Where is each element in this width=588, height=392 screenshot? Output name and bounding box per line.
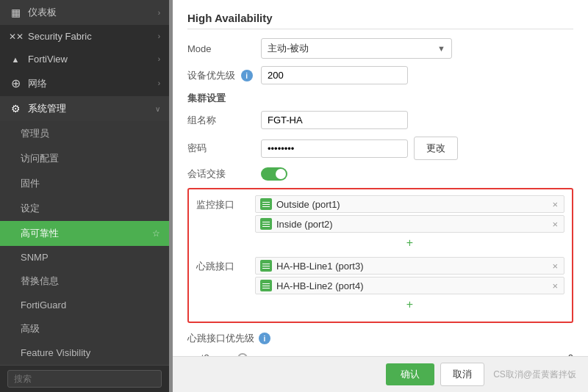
chevron-down-icon: ∨ <box>155 105 160 113</box>
sidebar-item-firmware[interactable]: 固件 <box>0 171 169 196</box>
priority-row: 设备优先级 i <box>187 66 573 84</box>
sidebar-item-system[interactable]: ⚙ 系统管理 ∨ <box>0 96 169 121</box>
sidebar-search-area <box>0 365 169 392</box>
sidebar-item-label: 替换信息 <box>21 275 160 288</box>
heartbeat-priority-info-icon[interactable]: i <box>259 333 270 344</box>
password-row: 密码 更改 <box>187 137 573 160</box>
security-fabric-icon: ✕✕ <box>9 32 22 42</box>
footer: 确认 取消 CS取消@蛋黄酱拌饭 <box>173 356 588 392</box>
session-sync-label: 会话交接 <box>187 167 261 181</box>
network-icon: ⊕ <box>9 76 22 90</box>
heartbeat-interface-label: 心跳接口 <box>196 257 255 273</box>
sidebar-item-certificate[interactable]: 证书 <box>0 364 169 365</box>
dropdown-arrow-icon: ▼ <box>437 44 445 53</box>
priority-label-text: 设备优先级 <box>187 70 235 81</box>
priority-info-icon[interactable]: i <box>241 70 253 81</box>
fortiview-icon: ▲ <box>9 55 22 64</box>
monitor-interface-row: 监控接口 Outside (port1) × Inside (port2) × … <box>196 195 564 251</box>
session-sync-row: 会话交接 <box>187 167 573 181</box>
remove-heartbeat-2-button[interactable]: × <box>551 280 559 291</box>
gear-icon: ⚙ <box>9 103 22 115</box>
heartbeat-priority-label: 心跳接口优先级 <box>187 332 254 345</box>
add-heartbeat-interface-button[interactable]: + <box>255 297 564 313</box>
remove-monitor-1-button[interactable]: × <box>551 199 559 210</box>
port3-slider-thumb[interactable] <box>237 353 248 357</box>
remove-monitor-2-button[interactable]: × <box>551 219 559 230</box>
sidebar-item-label: Feature Visibility <box>21 347 160 358</box>
interface-icon-1 <box>260 198 272 210</box>
add-monitor-interface-button[interactable]: + <box>255 235 564 251</box>
password-label: 密码 <box>187 142 261 155</box>
password-change-button[interactable]: 更改 <box>414 137 458 160</box>
sidebar-item-label: 网络 <box>28 77 158 90</box>
interface-icon-3 <box>260 260 272 272</box>
heartbeat-interface-name-2: HA-HB-Line2 (port4) <box>276 280 551 291</box>
page-title: High Availability <box>187 12 573 29</box>
heartbeat-interface-item-1: HA-HB-Line1 (port3) × <box>255 257 564 275</box>
sidebar-item-label: SNMP <box>21 252 160 263</box>
monitor-interface-name-1: Outside (port1) <box>276 199 551 210</box>
remove-heartbeat-1-button[interactable]: × <box>551 261 559 272</box>
confirm-button[interactable]: 确认 <box>386 363 434 385</box>
monitor-interface-items: Outside (port1) × Inside (port2) × + <box>255 195 564 251</box>
watermark-text: CS取消@蛋黄酱拌饭 <box>493 369 576 381</box>
password-input-container: 更改 <box>261 137 573 160</box>
main-panel: High Availability Mode 主动-被动 ▼ 设备优先级 i 集… <box>173 0 588 392</box>
sidebar-item-fortiview[interactable]: ▲ FortiView › <box>0 48 169 70</box>
interface-group: 监控接口 Outside (port1) × Inside (port2) × … <box>187 188 573 323</box>
group-name-input[interactable] <box>261 111 408 129</box>
sidebar-item-label: 系统管理 <box>28 102 155 115</box>
sidebar-item-ha[interactable]: 高可靠性 ☆ <box>0 221 169 246</box>
password-input[interactable] <box>261 139 408 158</box>
priority-label: 设备优先级 i <box>187 69 261 82</box>
sidebar-item-dashboard[interactable]: ▦ 仪表板 › <box>0 0 169 25</box>
session-sync-toggle[interactable] <box>261 167 287 181</box>
mode-value: 主动-被动 <box>268 42 437 55</box>
interface-icon-2 <box>260 218 272 230</box>
monitor-interface-name-2: Inside (port2) <box>276 219 551 230</box>
main-content-area: High Availability Mode 主动-被动 ▼ 设备优先级 i 集… <box>173 0 588 356</box>
sidebar-item-label: Security Fabric <box>28 31 158 42</box>
heartbeat-interface-row: 心跳接口 HA-HB-Line1 (port3) × HA-HB-Line2 (… <box>196 257 564 313</box>
star-icon: ☆ <box>152 228 160 239</box>
sidebar-item-replace-msg[interactable]: 替换信息 <box>0 269 169 294</box>
sidebar-item-fortiguard[interactable]: FortiGuard <box>0 294 169 316</box>
chevron-right-icon: › <box>158 79 160 87</box>
mode-label: Mode <box>187 43 261 54</box>
priority-input[interactable] <box>261 66 408 84</box>
monitor-interface-label: 监控接口 <box>196 195 255 211</box>
search-input[interactable] <box>7 370 162 388</box>
chevron-right-icon: › <box>158 55 160 63</box>
chevron-right-icon: › <box>158 9 160 17</box>
sidebar-item-access[interactable]: 访问配置 <box>0 146 169 171</box>
cancel-label: 取消 <box>453 369 472 380</box>
sidebar-item-label: FortiGuard <box>21 300 160 311</box>
mode-dropdown[interactable]: 主动-被动 ▼ <box>261 38 452 59</box>
heartbeat-priority-section: 心跳接口优先级 i port3 0 port4 50 <box>187 332 573 356</box>
interface-icon-4 <box>260 280 272 291</box>
sidebar-item-label: 访问配置 <box>21 152 160 165</box>
sidebar-item-label: 管理员 <box>21 127 160 140</box>
mode-select[interactable]: 主动-被动 ▼ <box>261 38 573 59</box>
sidebar-item-label: 固件 <box>21 177 160 190</box>
sidebar-item-label: 高可靠性 <box>21 227 152 240</box>
sidebar-item-admin[interactable]: 管理员 <box>0 121 169 146</box>
priority-input-container <box>261 66 573 84</box>
monitor-interface-item-2: Inside (port2) × <box>255 215 564 233</box>
sidebar-item-label: 设定 <box>21 202 160 215</box>
sidebar-item-label: 仪表板 <box>28 6 158 19</box>
group-name-input-container <box>261 111 573 129</box>
sidebar-item-feature-visibility[interactable]: Feature Visibility <box>0 341 169 364</box>
sidebar-item-settings[interactable]: 设定 <box>0 196 169 221</box>
sidebar-item-snmp[interactable]: SNMP <box>0 246 169 269</box>
sidebar-item-security-fabric[interactable]: ✕✕ Security Fabric › <box>0 25 169 48</box>
mode-row: Mode 主动-被动 ▼ <box>187 38 573 59</box>
heartbeat-interface-item-2: HA-HB-Line2 (port4) × <box>255 277 564 294</box>
sidebar-item-label: 高级 <box>21 322 160 335</box>
chevron-right-icon: › <box>158 32 160 40</box>
cluster-title: 集群设置 <box>187 92 573 105</box>
cancel-button[interactable]: 取消 <box>440 363 484 386</box>
sidebar-item-network[interactable]: ⊕ 网络 › <box>0 70 169 96</box>
sidebar-nav: ▦ 仪表板 › ✕✕ Security Fabric › ▲ FortiView… <box>0 0 169 365</box>
sidebar-item-advanced[interactable]: 高级 <box>0 316 169 341</box>
